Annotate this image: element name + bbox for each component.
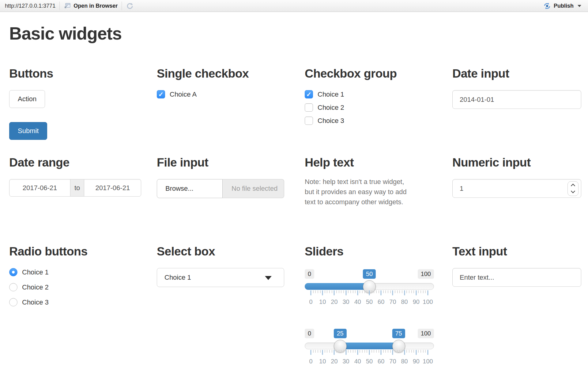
slider-tick-mark [369, 290, 370, 295]
refresh-button[interactable] [126, 2, 134, 10]
date-range-end-field[interactable] [84, 179, 141, 197]
checkbox-checked-icon[interactable] [157, 90, 165, 98]
slider-tick-mark [332, 290, 332, 293]
date-range-start-field[interactable] [9, 179, 70, 197]
slider-tick-label: 60 [378, 298, 384, 305]
stepper-up-icon[interactable] [571, 184, 575, 188]
slider-tick-mark [416, 350, 417, 355]
select-caret-icon [265, 276, 272, 280]
slider-tick-mark [423, 350, 424, 353]
section-heading: Radio buttons [9, 245, 157, 258]
slider-tick-mark [395, 350, 395, 353]
browse-button[interactable]: Browse... [157, 179, 223, 198]
slider-tick-mark [336, 290, 337, 293]
slider-tick-mark [404, 290, 405, 295]
date-range-widget: to [9, 179, 157, 197]
slider-tick-mark [409, 290, 409, 293]
slider-tick-mark [327, 290, 327, 293]
slider-tick-mark [364, 350, 365, 353]
slider-tick-label: 30 [342, 358, 349, 365]
checkbox-checked-icon[interactable] [305, 90, 313, 98]
slider-tick-mark [315, 350, 316, 353]
slider-tick-mark [350, 350, 351, 353]
sliders-widget: 0 100 50 0102030405060708090100 0 100 25… [305, 269, 434, 367]
slider-tick-label: 40 [354, 358, 361, 365]
checkbox-row[interactable]: Choice 3 [305, 117, 452, 125]
section-heading: Single checkbox [157, 67, 305, 80]
slider-tick-mark [329, 290, 330, 293]
slider-tick-mark [318, 290, 318, 293]
radio-row[interactable]: Choice 2 [9, 283, 157, 291]
slider-tick-mark [395, 290, 395, 293]
section-heading: Numeric input [452, 156, 588, 169]
slider-tick-mark [357, 290, 358, 295]
numeric-stepper[interactable] [567, 181, 579, 196]
slider-tick-mark [311, 350, 311, 355]
slider-tick-label: 0 [309, 298, 312, 305]
section-heading: Help text [305, 156, 452, 169]
radio-row[interactable]: Choice 3 [9, 298, 157, 306]
slider-tick-mark [406, 290, 407, 293]
slider-tick-mark [420, 350, 421, 353]
slider-tick-mark [402, 290, 402, 293]
section-radio-buttons: Radio buttons Choice 1 Choice 2 Choice 3 [9, 245, 157, 367]
slider-tick-mark [367, 350, 367, 353]
slider-value-badge: 50 [363, 269, 376, 279]
radio-unselected-icon[interactable] [9, 283, 17, 291]
slider-tick-mark [322, 290, 323, 295]
text-input-field[interactable] [452, 268, 581, 287]
checkbox-row[interactable]: Choice 2 [305, 103, 452, 112]
slider-tick-mark [374, 350, 374, 353]
slider-tick-mark [399, 290, 400, 293]
action-button[interactable]: Action [9, 90, 45, 108]
section-numeric-input: Numeric input [452, 156, 588, 245]
slider-tick-labels: 0102030405060708090100 [305, 358, 434, 365]
slider-tick-mark [313, 290, 314, 293]
app-page: Basic widgets Buttons Action Submit Sing… [0, 23, 588, 367]
slider-tick-mark [383, 350, 384, 353]
slider-tick-mark [381, 290, 382, 295]
section-date-range: Date range to [9, 156, 157, 245]
slider-ticks [305, 350, 434, 355]
slider-tick-mark [327, 350, 327, 353]
radio-selected-icon[interactable] [9, 268, 17, 276]
slider-tick-mark [392, 350, 393, 355]
toolbar-separator [122, 2, 122, 10]
publish-caret-icon[interactable] [578, 5, 581, 7]
slider-tick-mark [320, 290, 321, 293]
slider-tick-mark [348, 350, 349, 353]
slider-tick-mark [413, 290, 414, 293]
slider-tick-label: 60 [378, 358, 384, 365]
date-input-field[interactable] [452, 90, 581, 109]
checkbox-row[interactable]: Choice A [157, 90, 305, 98]
submit-button[interactable]: Submit [9, 122, 47, 140]
open-in-browser-button[interactable]: Open in Browser [64, 2, 118, 10]
slider-tick-mark [397, 290, 398, 293]
slider-tick-mark [416, 290, 417, 295]
checkbox-unchecked-icon[interactable] [305, 117, 313, 125]
slider-tick-mark [329, 350, 330, 353]
slider-tick-mark [388, 350, 388, 353]
slider-tick-label: 20 [331, 298, 337, 305]
slider-tick-label: 40 [354, 298, 361, 305]
slider-tick-mark [406, 350, 407, 353]
slider-tick-mark [379, 350, 379, 353]
checkbox-row[interactable]: Choice 1 [305, 90, 452, 98]
slider-max-label: 100 [418, 269, 434, 279]
select-dropdown[interactable]: Choice 1 [157, 268, 284, 287]
page-title: Basic widgets [9, 23, 588, 44]
numeric-input-field[interactable] [452, 179, 581, 198]
slider-tick-mark [343, 290, 344, 293]
slider-tick-mark [322, 350, 323, 355]
slider-tick-label: 100 [423, 298, 433, 305]
radio-unselected-icon[interactable] [9, 298, 17, 306]
slider-tick-mark [397, 350, 398, 353]
slider-tick-mark [371, 350, 372, 353]
checkbox-unchecked-icon[interactable] [305, 103, 313, 112]
radio-row[interactable]: Choice 1 [9, 268, 157, 276]
stepper-down-icon[interactable] [571, 189, 575, 193]
slider-max-label: 100 [418, 329, 434, 338]
slider-single: 0 100 50 0102030405060708090100 [305, 269, 434, 308]
publish-label: Publish [554, 3, 574, 9]
publish-button[interactable]: Publish [543, 2, 583, 10]
